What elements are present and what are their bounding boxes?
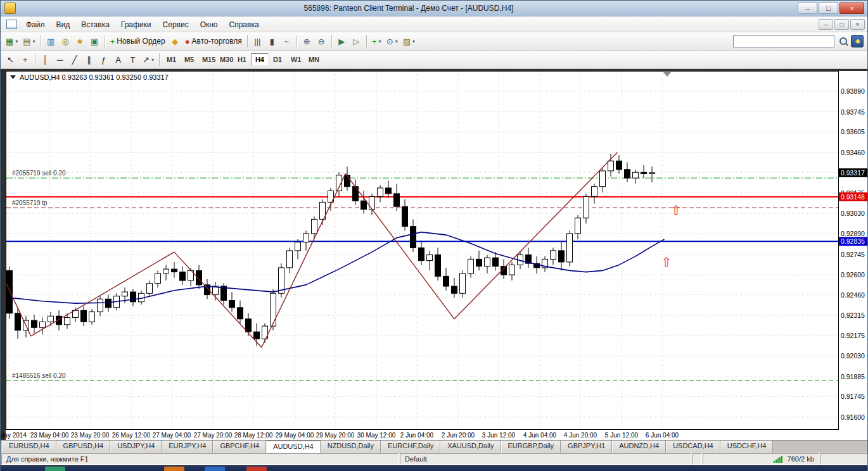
chart-tabs-bar: EURUSD,H4GBPUSD,H4USDJPY,H4EURJPY,H4GBPC… — [1, 440, 867, 453]
menu-окно[interactable]: Окно — [195, 18, 224, 31]
chart-tab-usdcad[interactable]: USDCAD,H4 — [666, 441, 720, 453]
community-button[interactable]: ◆ — [851, 35, 864, 47]
search-icon[interactable] — [836, 35, 849, 47]
cursor-button[interactable]: ↖ — [3, 53, 18, 66]
search-input[interactable] — [733, 35, 834, 47]
chart-bars-button[interactable]: ||| — [250, 34, 265, 48]
vertical-line-button[interactable]: │ — [38, 53, 53, 66]
chart-tab-audusd[interactable]: AUDUSD,H4 — [266, 441, 321, 453]
child-minimize-button[interactable]: – — [819, 19, 833, 30]
chart-tab-eurusd[interactable]: EURUSD,H4 — [2, 441, 56, 453]
maximize-button[interactable]: □ — [819, 3, 838, 14]
new-order-icon: + — [110, 37, 115, 46]
child-window-controls: – □ × — [819, 19, 867, 30]
chart-tab-eurchf[interactable]: EURCHF,Daily — [381, 441, 440, 453]
status-bar: Для справки, нажмите F1 Default 760/2 kb — [1, 453, 867, 465]
metaeditor-button[interactable]: ◆ — [168, 34, 182, 48]
menu-графики[interactable]: Графики — [115, 18, 157, 31]
autotrade-button[interactable]: ●Авто-торговля — [182, 34, 245, 48]
candle-body — [485, 258, 490, 267]
horizontal-line-button[interactable]: ─ — [53, 53, 67, 66]
templates-button[interactable]: ▨▾ — [400, 34, 418, 48]
zoom-in-button[interactable]: ⊕ — [300, 34, 314, 48]
timeframe-m5[interactable]: M5 — [180, 53, 198, 66]
timeframe-m15[interactable]: M15 — [198, 53, 215, 66]
menu-вставка[interactable]: Вставка — [75, 18, 115, 31]
dropdown-caret-icon[interactable]: ▾ — [15, 39, 18, 44]
taskbar-icon-4[interactable] — [246, 467, 267, 471]
menu-справка[interactable]: Справка — [224, 18, 265, 31]
taskbar-icon-1[interactable] — [45, 467, 65, 471]
chart-tab-nzdusd[interactable]: NZDUSD,Daily — [321, 441, 381, 453]
chart-tab-usdjpy[interactable]: USDJPY,H4 — [110, 441, 162, 453]
candle-body — [559, 251, 565, 262]
trendline-button[interactable]: ╱ — [67, 53, 82, 66]
timeframe-w1[interactable]: W1 — [286, 53, 304, 66]
dropdown-caret-icon[interactable]: ▾ — [33, 39, 35, 44]
zoom-out-button[interactable]: ⊖ — [314, 34, 329, 48]
candle-body — [600, 171, 606, 187]
child-close-button[interactable]: × — [850, 19, 865, 30]
chart-tab-eurgbp[interactable]: EURGBP,Daily — [501, 441, 561, 453]
up-arrow-marker[interactable]: ⇧ — [671, 203, 682, 217]
timeframe-h1[interactable]: H1 — [233, 53, 251, 66]
chart-line-button[interactable]: ~ — [279, 34, 294, 48]
terminal-button[interactable]: ▣ — [87, 34, 102, 48]
navigator-button[interactable]: ★ — [73, 34, 87, 48]
price-chart[interactable]: 22 May 201423 May 04:0023 May 20:0026 Ma… — [1, 69, 867, 440]
menu-вид[interactable]: Вид — [51, 18, 76, 31]
candle-body — [196, 270, 202, 285]
timeframe-mn[interactable]: MN — [304, 53, 322, 66]
label-button[interactable]: T — [125, 53, 140, 66]
dropdown-caret-icon[interactable]: ▾ — [395, 39, 398, 44]
chart-shift-button[interactable]: ▷ — [349, 34, 364, 48]
chart-tab-gbpusd[interactable]: GBPUSD,H4 — [56, 441, 111, 453]
menu-файл[interactable]: Файл — [20, 18, 51, 31]
taskbar-icon-2[interactable] — [164, 467, 184, 471]
chart-candles-button[interactable]: ▮ — [265, 34, 279, 48]
window-title: 565896: Panteon Client Terminal - Демо С… — [20, 4, 798, 13]
candle-body — [303, 234, 309, 242]
fibonacci-button[interactable]: ƒ — [96, 53, 111, 66]
child-restore-button[interactable]: □ — [834, 19, 849, 30]
menu-сервис[interactable]: Сервис — [157, 18, 195, 31]
crosshair-button[interactable]: + — [18, 53, 32, 66]
indicators-button[interactable]: +▾ — [369, 34, 384, 48]
chart-tab-xauusd[interactable]: XAUUSD,Daily — [440, 441, 501, 453]
new-order-button[interactable]: +Новый Ордер — [108, 34, 168, 48]
status-profile[interactable]: Default — [400, 453, 691, 465]
taskbar-icon-3[interactable] — [205, 467, 225, 471]
timeframe-m30[interactable]: M30 — [215, 53, 233, 66]
dropdown-caret-icon[interactable]: ▾ — [379, 39, 381, 44]
candle-body — [378, 188, 383, 197]
timeframe-h4[interactable]: H4 — [251, 53, 269, 66]
market-watch-button[interactable]: ▥ — [44, 34, 58, 48]
timeframe-d1[interactable]: D1 — [269, 53, 286, 66]
shapes-button[interactable]: ↗▾ — [140, 53, 156, 66]
windows-taskbar[interactable] — [1, 465, 867, 471]
indicators-icon: + — [372, 37, 377, 46]
timeframe-m1[interactable]: M1 — [162, 53, 180, 66]
chart-tab-eurjpy[interactable]: EURJPY,H4 — [162, 441, 213, 453]
auto-scroll-button[interactable]: ▶ — [335, 34, 349, 48]
candle-body — [649, 173, 655, 174]
dropdown-caret-icon[interactable]: ▾ — [412, 39, 415, 44]
periods-button[interactable]: ⊙▾ — [384, 34, 400, 48]
channel-button[interactable]: ∥ — [82, 53, 96, 66]
candle-body — [427, 255, 433, 261]
new-chart-button[interactable]: ▦▾ — [3, 34, 20, 48]
up-arrow-marker[interactable]: ⇧ — [661, 255, 672, 269]
data-window-button[interactable]: ◎ — [58, 34, 73, 48]
profiles-button[interactable]: ▤▾ — [20, 34, 37, 48]
minimize-button[interactable]: – — [798, 3, 817, 14]
text-button[interactable]: A — [111, 53, 125, 66]
terminal-icon: ▣ — [91, 37, 98, 46]
chart-tab-gbpchf[interactable]: GBPCHF,H4 — [213, 441, 266, 453]
chart-tab-gbpjpy[interactable]: GBPJPY,H1 — [561, 441, 612, 453]
candle-body — [419, 248, 424, 260]
price-axis-label: 0.92600 — [841, 271, 865, 279]
close-button[interactable]: × — [839, 3, 864, 14]
chart-tab-audnzd[interactable]: AUDNZD,H4 — [612, 441, 666, 453]
dropdown-caret-icon[interactable]: ▾ — [151, 57, 154, 63]
chart-tab-usdchf[interactable]: USDCHF,H4 — [720, 441, 774, 453]
